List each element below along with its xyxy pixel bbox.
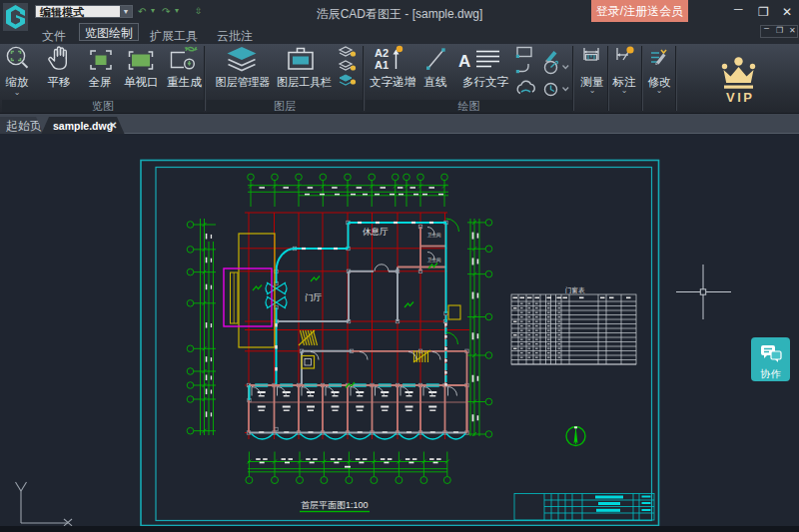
svg-text:门窗表: 门窗表: [565, 286, 585, 294]
svg-text:VIP: VIP: [726, 90, 754, 105]
svg-text:A1: A1: [375, 59, 389, 71]
svg-text:门厅: 门厅: [305, 292, 323, 302]
svg-text:休息厅: 休息厅: [363, 227, 389, 237]
svg-text:首层平面图1:100: 首层平面图1:100: [301, 500, 369, 510]
svg-text:A2: A2: [375, 47, 389, 59]
svg-text:A: A: [458, 52, 470, 71]
